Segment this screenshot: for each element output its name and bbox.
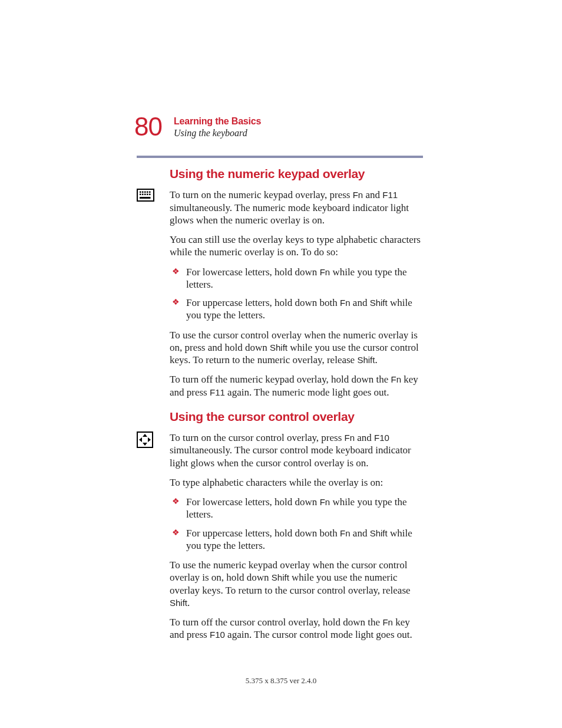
key-fn: Fn: [391, 374, 402, 384]
numeric-keypad-icon: [137, 193, 154, 204]
svg-rect-7: [142, 194, 144, 196]
key-fn: Fn: [320, 267, 330, 277]
key-shift: Shift: [370, 528, 388, 538]
key-fn: Fn: [345, 433, 355, 443]
svg-rect-1: [140, 192, 141, 193]
key-fn: Fn: [382, 617, 393, 627]
svg-rect-5: [149, 192, 151, 193]
section-heading-cursor: Using the cursor control overlay: [170, 409, 423, 424]
key-shift: Shift: [170, 598, 187, 608]
key-fn: Fn: [320, 497, 330, 507]
svg-rect-4: [147, 192, 148, 193]
key-shift: Shift: [357, 355, 375, 365]
section-heading-numeric: Using the numeric keypad overlay: [170, 166, 423, 182]
svg-rect-8: [144, 194, 146, 196]
key-fn: Fn: [353, 190, 363, 200]
key-shift: Shift: [370, 298, 388, 308]
body-paragraph: You can still use the overlay keys to ty…: [170, 233, 423, 259]
section-title: Using the keyboard: [174, 128, 261, 139]
header-text: Learning the Basics Using the keyboard: [174, 114, 261, 139]
svg-marker-15: [139, 437, 142, 442]
cursor-control-icon: [137, 439, 153, 450]
page-footer: 5.375 x 8.375 ver 2.4.0: [0, 676, 562, 686]
list-item: For uppercase letters, hold down both Fn…: [186, 527, 423, 552]
header-rule: [137, 156, 423, 158]
svg-rect-3: [144, 192, 146, 193]
body-paragraph: To turn on the cursor control overlay, p…: [170, 431, 423, 469]
svg-rect-6: [140, 194, 141, 196]
key-shift: Shift: [270, 342, 287, 353]
svg-marker-16: [148, 437, 151, 442]
document-page: 80 Learning the Basics Using the keyboar…: [0, 0, 562, 728]
key-fn: Fn: [340, 298, 351, 308]
paragraph-with-icon: To turn on the numeric keypad overlay, p…: [137, 189, 423, 406]
key-fn: Fn: [340, 528, 351, 538]
svg-marker-13: [143, 434, 147, 437]
list-item: For uppercase letters, hold down both Fn…: [186, 297, 423, 322]
body-paragraph: To use the cursor control overlay when t…: [170, 329, 423, 367]
body-paragraph: To use the numeric keypad overlay when t…: [170, 559, 423, 609]
key-f11: F11: [382, 190, 398, 200]
body-paragraph: To turn on the numeric keypad overlay, p…: [170, 189, 423, 226]
bullet-list: For lowercase letters, hold down Fn whil…: [170, 266, 423, 322]
body-paragraph: To type alphabetic characters while the …: [170, 476, 423, 489]
page-content: Using the numeric keypad overlay: [137, 166, 423, 648]
svg-rect-2: [142, 192, 144, 193]
page-header: 80 Learning the Basics Using the keyboar…: [134, 114, 421, 140]
body-paragraph: To turn off the cursor control overlay, …: [170, 616, 423, 641]
bullet-list: For lowercase letters, hold down Fn whil…: [170, 496, 423, 552]
list-item: For lowercase letters, hold down Fn whil…: [186, 496, 423, 521]
key-f10: F10: [374, 433, 389, 443]
key-f11: F11: [210, 387, 225, 397]
key-shift: Shift: [272, 572, 289, 582]
body-paragraph: To turn off the numeric keypad overlay, …: [170, 373, 423, 398]
key-f10: F10: [210, 630, 225, 640]
list-item: For lowercase letters, hold down Fn whil…: [186, 266, 423, 291]
svg-rect-10: [149, 194, 151, 196]
svg-rect-11: [140, 197, 151, 199]
svg-rect-9: [147, 194, 148, 196]
chapter-title: Learning the Basics: [174, 116, 261, 127]
svg-marker-14: [143, 443, 147, 446]
page-number: 80: [134, 114, 162, 140]
section-row: Using the numeric keypad overlay: [137, 166, 423, 189]
section-row: Using the cursor control overlay: [137, 409, 423, 431]
paragraph-with-icon: To turn on the cursor control overlay, p…: [137, 431, 423, 648]
